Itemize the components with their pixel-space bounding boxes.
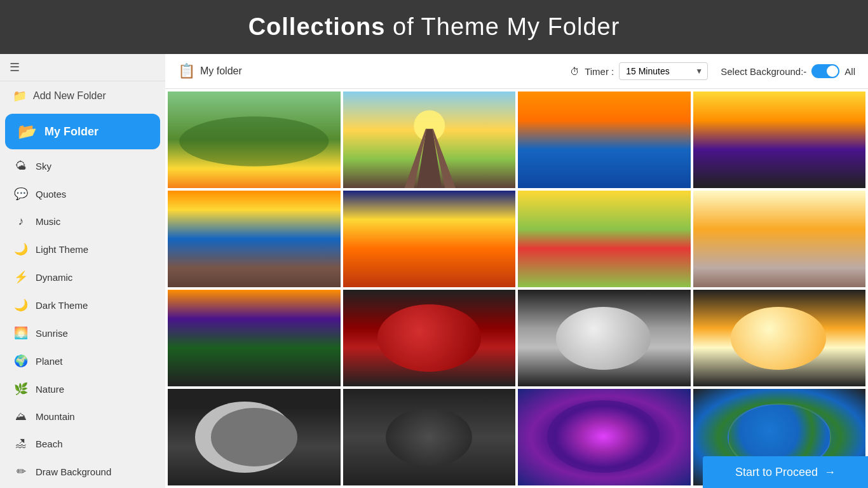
sidebar-item-label-quotes: Quotes xyxy=(36,189,66,200)
app-title: Collections of Theme My Folder xyxy=(248,13,620,41)
timer-label: Timer : xyxy=(585,66,614,77)
grid-cell-13[interactable] xyxy=(168,389,341,485)
my-folder-icon: 📂 xyxy=(18,123,37,140)
sidebar-item-nature[interactable]: 🌿 Nature xyxy=(0,375,165,403)
content-area: 📋 My folder ⏱ Timer : 5 Minutes10 Minute… xyxy=(165,54,868,488)
title-rest: of Theme My Folder xyxy=(385,13,620,40)
beach-icon: 🏖 xyxy=(14,437,28,451)
sidebar-item-planet[interactable]: 🌍 Planet xyxy=(0,347,165,375)
bg-select-label: Select Background:- xyxy=(721,66,806,77)
add-folder-icon: 📁 xyxy=(13,89,27,103)
sidebar-item-quotes[interactable]: 💬 Quotes xyxy=(0,180,165,208)
add-folder-label: Add New Folder xyxy=(33,90,106,102)
grid-cell-9[interactable] xyxy=(168,290,341,386)
timer-select-wrap: 5 Minutes10 Minutes15 Minutes30 Minutes6… xyxy=(619,62,708,80)
nature-icon: 🌿 xyxy=(14,382,28,396)
grid-cell-8[interactable] xyxy=(693,191,866,287)
sidebar-top: ☰ xyxy=(0,54,165,81)
sidebar-item-light-theme[interactable]: 🌙 Light Theme xyxy=(0,235,165,263)
sidebar-item-dark-theme[interactable]: 🌙 Dark Theme xyxy=(0,291,165,319)
timer-dropdown[interactable]: 5 Minutes10 Minutes15 Minutes30 Minutes6… xyxy=(619,62,708,80)
toolbar-folder-label: My folder xyxy=(200,65,242,77)
sidebar-item-label-planet: Planet xyxy=(36,356,63,367)
light-theme-icon: 🌙 xyxy=(14,242,28,256)
app-header: Collections of Theme My Folder xyxy=(0,0,868,54)
sidebar-item-label-music: Music xyxy=(36,216,60,227)
add-folder-button[interactable]: 📁 Add New Folder xyxy=(0,81,165,111)
proceed-arrow: → xyxy=(824,466,836,479)
main-container: ☰ 📁 Add New Folder 📂 My Folder 🌤 Sky 💬 Q… xyxy=(0,54,868,488)
dynamic-icon: ⚡ xyxy=(14,270,28,284)
toolbar-bg-select: Select Background:- All xyxy=(721,64,855,78)
grid-cell-14[interactable] xyxy=(343,389,516,485)
sidebar-item-label-nature: Nature xyxy=(36,384,64,395)
sidebar-item-label-mountain: Mountain xyxy=(36,411,75,422)
grid-cell-12[interactable] xyxy=(693,290,866,386)
folder-edit-icon: 📋 xyxy=(178,63,195,79)
quotes-icon: 💬 xyxy=(14,187,28,201)
dark-theme-icon: 🌙 xyxy=(14,298,28,312)
sidebar-item-beach[interactable]: 🏖 Beach xyxy=(0,430,165,458)
bg-all-label: All xyxy=(844,66,855,77)
sidebar-item-label-sunrise: Sunrise xyxy=(36,328,68,339)
grid-cell-3[interactable] xyxy=(518,92,691,188)
draw-background-icon: ✏ xyxy=(14,464,28,478)
sidebar-item-label-dark-theme: Dark Theme xyxy=(36,300,88,311)
toolbar-folder: 📋 My folder xyxy=(178,63,242,79)
mountain-icon: ⛰ xyxy=(14,410,28,423)
my-folder-button[interactable]: 📂 My Folder xyxy=(5,114,160,149)
grid-cell-5[interactable] xyxy=(168,191,341,287)
sidebar-item-label-dynamic: Dynamic xyxy=(36,272,72,283)
sidebar-item-label-draw-background: Draw Background xyxy=(36,466,111,477)
sidebar: ☰ 📁 Add New Folder 📂 My Folder 🌤 Sky 💬 Q… xyxy=(0,54,165,488)
planet-icon: 🌍 xyxy=(14,354,28,368)
sidebar-item-mountain[interactable]: ⛰ Mountain xyxy=(0,403,165,430)
proceed-button[interactable]: Start to Proceed → xyxy=(703,456,868,488)
grid-cell-1[interactable] xyxy=(168,92,341,188)
sidebar-item-label-beach: Beach xyxy=(36,438,63,449)
sidebar-item-sky[interactable]: 🌤 Sky xyxy=(0,152,165,180)
image-grid xyxy=(165,89,868,488)
sidebar-item-dynamic[interactable]: ⚡ Dynamic xyxy=(0,263,165,291)
hamburger-icon[interactable]: ☰ xyxy=(10,60,20,74)
grid-cell-10[interactable] xyxy=(343,290,516,386)
toolbar: 📋 My folder ⏱ Timer : 5 Minutes10 Minute… xyxy=(165,54,868,89)
grid-cell-4[interactable] xyxy=(693,92,866,188)
music-icon: ♪ xyxy=(14,215,28,228)
sidebar-item-music[interactable]: ♪ Music xyxy=(0,208,165,235)
bg-toggle[interactable] xyxy=(811,64,839,78)
proceed-label: Start to Proceed xyxy=(735,466,818,479)
sidebar-item-draw-background[interactable]: ✏ Draw Background xyxy=(0,458,165,485)
my-folder-label: My Folder xyxy=(44,125,98,139)
sky-icon: 🌤 xyxy=(14,159,28,173)
toolbar-timer: ⏱ Timer : 5 Minutes10 Minutes15 Minutes3… xyxy=(570,62,708,80)
grid-cell-15[interactable] xyxy=(518,389,691,485)
sunrise-icon: 🌅 xyxy=(14,326,28,340)
clock-icon: ⏱ xyxy=(570,66,580,77)
svg-point-1 xyxy=(179,116,329,166)
grid-cell-7[interactable] xyxy=(518,191,691,287)
sidebar-item-sunrise[interactable]: 🌅 Sunrise xyxy=(0,319,165,347)
sidebar-item-label-sky: Sky xyxy=(36,161,51,172)
sidebar-items-list: 🌤 Sky 💬 Quotes ♪ Music 🌙 Light Theme ⚡ D… xyxy=(0,152,165,485)
grid-cell-6[interactable] xyxy=(343,191,516,287)
title-bold: Collections xyxy=(248,13,386,40)
grid-cell-2[interactable] xyxy=(343,92,516,188)
grid-cell-11[interactable] xyxy=(518,290,691,386)
sidebar-item-label-light-theme: Light Theme xyxy=(36,244,88,255)
